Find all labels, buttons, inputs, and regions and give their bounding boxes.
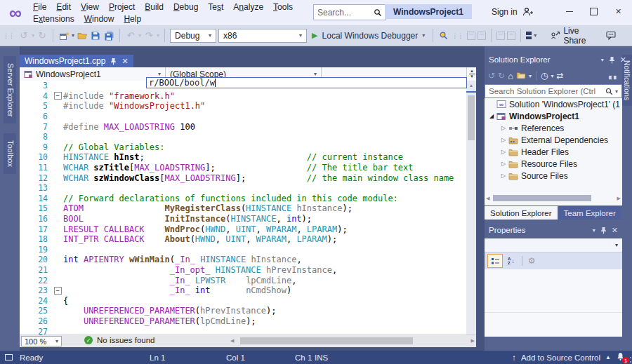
navigate-back-dropdown[interactable]: ▾ [32,32,34,39]
editor-split-handle[interactable]: ▲▼ [466,67,477,81]
tool-window-tab-server-explorer[interactable]: Server Explorer [4,56,16,123]
zoom-level-dropdown[interactable]: 100 % ▾ [21,336,62,346]
menu-test[interactable]: Test [203,1,228,13]
home-icon[interactable]: ⌂ [508,71,513,81]
project-dropdown[interactable]: WindowsProject1 ▾ [20,67,166,81]
vertical-scrollbar[interactable]: ▲ ▼ [466,81,476,347]
menu-debug[interactable]: Debug [169,1,203,13]
solution-platform-dropdown[interactable]: x86 ▾ [218,29,307,43]
sign-in-button[interactable]: Sign in [492,4,533,19]
tree-item-resource-files[interactable]: ▷Resource Files [485,158,622,170]
command-input-overlay[interactable]: r/BOOL/bool/w [146,77,467,88]
close-panel-icon[interactable]: ✕ [612,226,618,235]
expanded-icon[interactable]: ◢ [487,113,496,119]
scroll-right-icon[interactable]: ▶ [617,196,621,201]
property-pages-wrench-icon[interactable]: ⚙ [528,256,536,266]
pin-icon[interactable] [110,58,117,65]
pin-icon[interactable] [600,227,607,234]
maximize-button[interactable] [581,0,606,22]
status-line[interactable]: Ln 1 [150,351,165,364]
menu-edit[interactable]: Edit [51,1,76,13]
fold-collapse-icon[interactable]: − [54,92,62,100]
new-project-dropdown[interactable]: ▾ [72,32,74,39]
tree-item-external-dependencies[interactable]: ▷External Dependencies [485,134,622,146]
toolbar-grip-2[interactable]: ⋮⋮ [452,32,463,39]
code-editor[interactable]: 34−#include "framework.h"5#include "Wind… [20,81,466,335]
redo-icon[interactable]: ↷ [143,30,154,41]
solution-configuration-dropdown[interactable]: Debug ▾ [170,29,216,43]
status-character[interactable]: Ch 1 [295,351,312,364]
hot-reload-icon[interactable] [467,32,475,40]
open-folder-icon[interactable] [77,30,88,41]
tree-item-source-files[interactable]: ▷Source Files [485,170,622,182]
live-share-label[interactable]: Live Share [563,26,601,46]
panel-menu-icon[interactable]: ▾ [601,57,604,63]
se-horizontal-scrollbar[interactable]: ◀ ▶ [485,194,622,203]
apply-code-changes-icon[interactable] [478,32,486,40]
save-all-icon[interactable] [103,30,114,41]
scroll-right-icon[interactable]: ▶ [471,338,475,344]
feedback-icon[interactable] [605,30,617,41]
properties-object-dropdown[interactable]: ▾ [485,238,622,252]
tree-item-windowsproject1[interactable]: ◢WindowsProject1 [485,110,622,122]
pending-changes-filter-icon[interactable]: ◷ [541,71,548,81]
horizontal-scrollbar[interactable]: ◀ ▶ [230,337,475,346]
menu-window[interactable]: Window [79,13,119,25]
health-indicator[interactable]: ✓ No issues found [84,336,154,344]
switch-views-icon[interactable] [516,71,526,81]
collapsed-icon[interactable]: ▷ [499,137,508,143]
panel-tab-team-explorer[interactable]: Team Explorer [558,206,621,220]
menu-analyze[interactable]: Analyze [228,1,268,13]
switch-views-dropdown[interactable]: ▾ [529,73,532,79]
sync-with-active-document-icon[interactable]: ⇄ [557,71,564,81]
step-over-icon[interactable] [496,32,505,40]
collapsed-icon[interactable]: ▷ [499,149,508,155]
background-tasks-icon[interactable] [5,351,13,364]
close-button[interactable]: ✕ [606,0,631,22]
tree-item-header-files[interactable]: ▷Header Files [485,146,622,158]
close-panel-icon[interactable]: ✕ [620,55,626,65]
status-insert-mode[interactable]: INS [315,351,328,364]
alphabetical-sort-button[interactable]: AZ ↓ [506,255,516,267]
resize-grip[interactable] [626,357,631,363]
search-options-dropdown[interactable]: ▾ [615,88,618,95]
pin-icon[interactable] [609,56,615,64]
search-input[interactable]: Search... [313,4,386,20]
navigate-back-icon[interactable]: ↺ [18,30,29,41]
se-forward-icon[interactable]: ↻ [498,71,505,81]
navigate-forward-icon[interactable]: ↻ [37,30,48,41]
attach-to-process-icon[interactable] [438,30,449,41]
scroll-up-icon[interactable]: ▲ [466,83,476,88]
collapsed-icon[interactable]: ▷ [499,161,508,167]
horizontal-scrollbar-thumb[interactable] [240,337,413,344]
redo-dropdown[interactable]: ▾ [157,32,159,39]
document-tab[interactable]: WindowsProject1.cpp ✕ [20,55,133,67]
minimize-button[interactable] [557,0,581,22]
solution-explorer-titlebar[interactable]: Solution Explorer ▾ ✕ [485,53,631,67]
collapsed-icon[interactable]: ▷ [499,173,508,179]
menu-extensions[interactable]: Extensions [28,13,79,25]
panel-tab-solution-explorer[interactable]: Solution Explorer [485,206,558,220]
properties-titlebar[interactable]: Properties ▾ ✕ [485,223,622,237]
active-project-badge[interactable]: WindowsProject1 [385,4,472,19]
status-column[interactable]: Col 1 [226,351,245,364]
menu-tools[interactable]: Tools [268,1,298,13]
toolbar-overflow-icon[interactable]: ▖▖ [609,72,619,79]
undo-dropdown[interactable]: ▾ [138,32,141,39]
menu-build[interactable]: Build [140,1,169,13]
menu-help[interactable]: Help [119,13,146,25]
se-scrollbar-thumb[interactable] [493,195,591,201]
solution-explorer-search-input[interactable]: Search Solution Explorer (Ctrl ▾ [485,84,622,98]
filter-dropdown[interactable]: ▾ [551,73,553,79]
step-into-icon[interactable] [507,32,515,40]
scroll-left-icon[interactable]: ◀ [230,338,234,344]
add-to-source-control-button[interactable]: ↑ Add to Source Control ▲ [512,351,611,364]
scroll-left-icon[interactable]: ◀ [486,196,489,201]
panel-menu-icon[interactable]: ▾ [593,227,595,234]
menu-view[interactable]: View [76,1,104,13]
fold-collapse-icon[interactable]: − [54,287,62,295]
vertical-scrollbar-thumb[interactable] [468,95,475,140]
se-back-icon[interactable]: ↺ [488,71,495,81]
collapsed-icon[interactable]: ▷ [499,125,508,131]
categorized-view-button[interactable] [487,254,503,268]
